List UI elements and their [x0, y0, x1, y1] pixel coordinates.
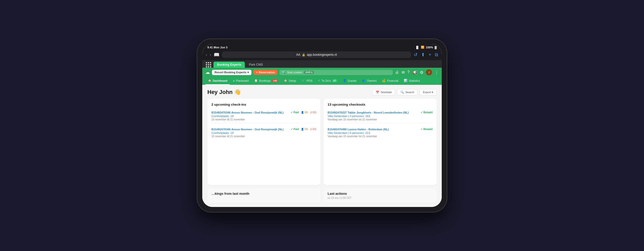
checkin-date-1: 15 november till 21 november	[211, 118, 316, 121]
share-button[interactable]: ⬆	[421, 52, 425, 58]
checkout-subtitle-1: Villa Oesterdam | 4 personen: 163	[328, 115, 433, 118]
checkin-subtitle-1: Comfortplaats: 19	[211, 115, 316, 118]
forward-button[interactable]: ›	[210, 52, 211, 57]
person-icon-2: 👤	[301, 128, 304, 131]
bookings-last-month-title: …kings from last month	[211, 192, 316, 196]
checkmark-icon-2: ✓	[291, 128, 293, 131]
nav-statistics[interactable]: 📊 Statistics	[401, 77, 422, 85]
export-label: Export ▾	[423, 91, 433, 94]
nav-owners-label: Owners	[367, 79, 377, 82]
lock-icon: 🔒	[302, 53, 305, 57]
browser-chrome: ‹ › 📖 AA 🔒 app.bookingexperts.nl ↺ ⬆ + ⧉	[202, 50, 442, 60]
persons-meta-2: 👤 0/6	[301, 128, 308, 131]
back-button[interactable]: ‹	[206, 52, 207, 57]
nav-todos[interactable]: ✓ To Do's 27	[315, 77, 340, 85]
checkout-date-2: Vandaag van 15 november tot 21 november	[328, 135, 433, 138]
startdate-button[interactable]: 📅 Startdate	[372, 89, 395, 95]
megaphone-icon[interactable]: 📢	[412, 70, 417, 75]
page-actions: 📅 Startdate 🔍 Search Export ▾	[372, 89, 437, 95]
export-button[interactable]: Export ▾	[420, 89, 437, 95]
bottom-cards: …kings from last month Last actions su 1…	[207, 188, 437, 203]
checkin-item-2: B15492470346 Anous Noomen - Oud Roosjenw…	[211, 126, 316, 140]
nav-owners[interactable]: 👥 Owners	[360, 77, 379, 85]
search-shortcut: Shift S	[304, 71, 314, 74]
checkout-status-2: ✓ Betaald	[421, 128, 433, 131]
tab-park-cms[interactable]: Park CMS	[245, 62, 266, 68]
checkout-subtitle-2: Villa Oesterdam | 6 personen: 213	[328, 131, 433, 134]
checkin-item-1: B15492470346 Anous Noomen - Oud Roosjenw…	[211, 109, 316, 123]
reservation-label: Reservation	[259, 71, 275, 74]
search-bar[interactable]: 🔍 Snel zoeken Shift S	[279, 70, 393, 75]
todos-badge: 27	[332, 79, 337, 82]
nav-planboard[interactable]: ≡ Planboard	[230, 77, 251, 85]
pos-icon: 🛒	[302, 79, 305, 82]
help-icon[interactable]: ?	[407, 70, 410, 75]
nav-bookings[interactable]: 📋 Bookings 140	[252, 77, 281, 85]
checkin-status-2: ✓ Paid	[291, 128, 299, 131]
checkouts-card: 13 upcoming checkouts B15492470227 Tabbe…	[324, 99, 437, 185]
nav-pos[interactable]: 🛒 POS	[299, 77, 315, 85]
nav-setup-label: Setup	[289, 79, 296, 82]
battery-icon: ▓	[435, 46, 437, 49]
battery-status: 100%	[426, 46, 433, 49]
bookings-icon: 📋	[254, 79, 258, 82]
settings-icon[interactable]: ⚙	[420, 70, 423, 75]
setup-icon: 🏠	[284, 79, 287, 82]
add-tab-button[interactable]: +	[428, 52, 431, 58]
check-icon-1: ✓	[421, 111, 423, 114]
bookmarks-icon[interactable]: 📖	[214, 52, 219, 58]
browser-nav: ‹ › 📖 AA 🔒 app.bookingexperts.nl ↺ ⬆ + ⧉	[206, 51, 438, 58]
checkout-status-1: ✓ Betaald	[421, 111, 433, 114]
checkout-item-1: B15492470227 Tabbe Jongbloets - Noord Le…	[328, 109, 433, 123]
check-icon-2: ✓	[421, 128, 423, 131]
checkin-link-2[interactable]: B15492470346 Anous Noomen - Oud Roosjenw…	[211, 128, 284, 131]
cloud-icon: ☁	[205, 69, 210, 75]
task-icon: ☑	[310, 111, 312, 114]
checkout-link-1[interactable]: B15492470227 Tabbe Jongbloets - Noord Le…	[328, 111, 409, 114]
address-bar[interactable]: AA 🔒 app.bookingexperts.nl	[222, 51, 411, 58]
nav-dashboard-label: Dashboard	[213, 79, 227, 82]
brand-label: Resort Booking Experts	[214, 71, 246, 74]
task-icon-2: ☑	[310, 128, 312, 131]
more-icon[interactable]: ⋮	[435, 70, 439, 75]
nav-dashboard[interactable]: 🏠 Dashboard	[205, 77, 230, 85]
nav-statistics-label: Statistics	[409, 79, 420, 82]
calendar-icon: 📅	[376, 91, 379, 94]
nav-setup[interactable]: 🏠 Setup	[281, 77, 299, 85]
search-button[interactable]: 🔍 Search	[397, 89, 418, 95]
search-placeholder: Snel zoeken	[287, 71, 303, 74]
search-icon-btn: 🔍	[400, 91, 404, 94]
mail-icon[interactable]: ✉	[401, 70, 405, 75]
checkin-link-1[interactable]: B15492470346 Anous Noomen - Oud Roosjenw…	[211, 111, 284, 114]
checkout-link-2[interactable]: B15492470490 Lavera Halten - Rotterdam (…	[328, 128, 389, 131]
nav-financial-label: Financial	[387, 79, 398, 82]
bookings-partial-label: …	[211, 192, 215, 196]
top-bar: ☁ Resort Booking Experts ▾ + Reservation…	[202, 68, 442, 77]
aa-label: AA	[296, 53, 300, 57]
checkin-meta-2: ✓ Paid 👤 0/6 ☑ 0/1	[291, 128, 316, 131]
persons-meta-1: 👤 0/6	[301, 111, 308, 114]
checkin-meta-1: ✓ Paid 👤 0/6 ☑ 0/1	[291, 111, 316, 114]
guests-icon: 👤	[343, 79, 346, 82]
checkin-subtitle-2: Comfortplaats: 19	[211, 131, 316, 134]
reservation-button[interactable]: + Reservation	[253, 70, 277, 75]
nav-guests-label: Guests	[348, 79, 357, 82]
device-screen: 9.41 Mon Jun 3 ▐▌ 🛜 100% ▓ ‹ › 📖 AA 🔒 ap…	[202, 44, 442, 207]
app-tabs: Booking Experts Park CMS	[202, 60, 442, 68]
tasks-meta-2: ☑ 0/1	[310, 128, 316, 131]
page-header: Hey John 👋 📅 Startdate 🔍 Search Export ▾	[207, 89, 437, 95]
printer-icon[interactable]: 🖨	[395, 70, 399, 75]
cards-grid: 2 upcoming check-ins B15492470346 Anous …	[207, 99, 437, 185]
reload-button[interactable]: ↺	[414, 52, 418, 58]
search-icon: 🔍	[282, 71, 286, 74]
status-time: 9.41 Mon Jun 3	[207, 46, 227, 49]
tab-booking-experts[interactable]: Booking Experts	[213, 62, 245, 68]
page-title: Hey John 👋	[207, 89, 241, 95]
avatar[interactable]: J	[426, 69, 432, 75]
brand-dropdown[interactable]: Resort Booking Experts ▾	[212, 70, 251, 75]
startdate-label: Startdate	[381, 91, 392, 94]
nav-financial[interactable]: 💰 Financial	[380, 77, 401, 85]
nav-guests[interactable]: 👤 Guests	[340, 77, 359, 85]
checkouts-title: 13 upcoming checkouts	[328, 103, 433, 106]
tabs-button[interactable]: ⧉	[435, 52, 438, 58]
